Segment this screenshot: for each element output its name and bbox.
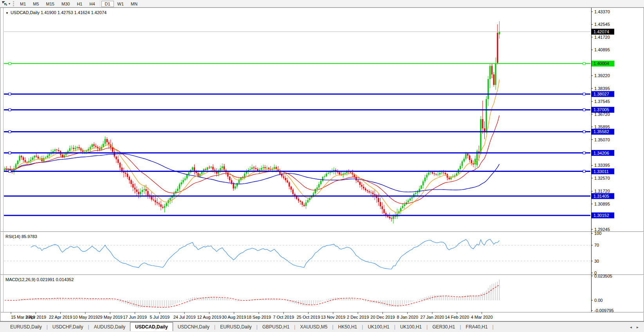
candle-body (209, 167, 210, 168)
candle-body (380, 202, 381, 206)
hline-handle[interactable] (9, 170, 11, 173)
tab-ger30-h1[interactable]: GER30,H1 (428, 323, 460, 331)
candle-body (58, 150, 59, 151)
chart-title-caret-icon[interactable]: ▼ (5, 11, 9, 15)
candle-body (249, 169, 251, 170)
date-label: 29 May 2019 (97, 315, 123, 319)
candle-body (56, 150, 57, 150)
date-label: 13 Nov 2019 (321, 315, 345, 319)
tab-xauusd-m5[interactable]: XAUUSD,M5 (295, 323, 332, 331)
date-label: 27 Jan 2020 (420, 315, 444, 319)
candle-body (224, 166, 225, 170)
candle-body (391, 218, 392, 219)
candle-body (151, 197, 152, 199)
price-axis[interactable]: 1.433701.425451.417201.408951.392201.383… (591, 9, 614, 313)
candle-body (339, 172, 340, 175)
tab-gbpusd-h1[interactable]: GBPUSD,H1 (258, 323, 294, 331)
macd-indicator-label: MACD(12,26,9) 0.021991 0.014352 (5, 277, 74, 282)
tab-audusd-daily[interactable]: AUDUSD,Daily (89, 323, 130, 331)
candle-body (49, 154, 50, 156)
candle-body (322, 177, 323, 181)
date-label: 30 Aug 2019 (222, 315, 246, 319)
candle-body (170, 198, 171, 200)
hline-handle[interactable] (9, 62, 11, 65)
date-label: 22 Apr 2019 (49, 315, 72, 319)
timeframe-h1-button[interactable]: H1 (73, 1, 86, 7)
cursor-tool-icon[interactable] (1, 1, 8, 7)
candle-body (26, 162, 27, 162)
tab-eurusd-daily[interactable]: EURUSD,Daily (5, 323, 47, 331)
candle-body (23, 157, 24, 160)
hline-1.38027-badge: 1.38027 (593, 92, 609, 96)
candle-body (303, 205, 305, 206)
timeframe-m1-button[interactable]: M1 (16, 1, 29, 7)
timeframe-m15-button[interactable]: M15 (43, 1, 58, 7)
macd-axis-label: 0.023505 (594, 274, 612, 278)
candle-body (30, 160, 31, 161)
chart-canvas[interactable]: 1.433701.425451.417201.408951.392201.383… (0, 7, 644, 321)
hline-handle[interactable] (583, 62, 585, 65)
candle-body (108, 142, 109, 144)
candle-body (207, 167, 208, 170)
date-label: 4 Mar 2020 (471, 315, 493, 319)
candle-body (220, 168, 221, 170)
date-label: 14 Feb 2020 (445, 315, 469, 319)
date-label: 20 Dec 2019 (370, 315, 395, 319)
timeframe-h4-button[interactable]: H4 (86, 1, 98, 7)
candle-body (465, 154, 466, 159)
tabs-scroll-left-icon[interactable]: ◂ (628, 325, 634, 329)
candle-body (134, 188, 135, 189)
candle-body (82, 151, 83, 152)
price-tick-label: 1.35070 (594, 137, 610, 142)
candle-body (300, 201, 301, 202)
timeframe-m30-button[interactable]: M30 (58, 1, 73, 7)
tab-usdcad-daily[interactable]: USDCAD,Daily (130, 322, 173, 331)
hline-handle[interactable] (9, 130, 11, 133)
candle-body (263, 167, 264, 168)
hline-handle[interactable] (9, 152, 11, 154)
timeframe-d1-button[interactable]: D1 (101, 1, 114, 7)
timeframe-w1-button[interactable]: W1 (114, 1, 128, 7)
tab-usdcnh-daily[interactable]: USDCNH,Daily (173, 323, 214, 331)
candle-body (441, 173, 442, 173)
hline-handle[interactable] (9, 108, 11, 111)
date-label: 7 Oct 2019 (273, 315, 294, 319)
candle-body (404, 204, 405, 206)
hline-handle[interactable] (583, 170, 585, 173)
timeframe-mn-button[interactable]: MN (127, 1, 141, 7)
price-tick-label: 1.39220 (594, 73, 610, 78)
rsi-line (31, 239, 500, 269)
tab-fra40-h1[interactable]: FRA40,H1 (461, 323, 492, 331)
price-tick-label: 1.43370 (594, 9, 610, 14)
hline-handle[interactable] (583, 93, 585, 95)
candle-body (354, 175, 355, 177)
tab-uk100-h1[interactable]: UK100,H1 (363, 323, 394, 331)
candle-body (489, 66, 491, 79)
hline-handle[interactable] (583, 130, 585, 133)
candle-body (434, 173, 435, 174)
date-label: 12 Aug 2019 (197, 315, 222, 319)
hline-handle[interactable] (583, 152, 585, 154)
tab-uk100-h1[interactable]: UK100,H1 (395, 323, 426, 331)
candle-body (326, 173, 327, 176)
hline-handle[interactable] (583, 108, 585, 111)
date-label: 3 Apr 2019 (25, 315, 46, 319)
candle-body (337, 172, 338, 172)
tabs-scroll-right-icon[interactable]: ▸ (634, 325, 641, 329)
tab-eurusd-daily[interactable]: EURUSD,Daily (215, 323, 256, 331)
candle-body (493, 74, 494, 85)
tab-hk50-h1[interactable]: HK50,H1 (334, 323, 362, 331)
candle-body (449, 178, 450, 179)
tab-usdchf-daily[interactable]: USDCHF,Daily (48, 323, 88, 331)
hline-handle[interactable] (9, 93, 11, 95)
candle-body (145, 189, 146, 191)
date-axis[interactable]: 15 Mar 20193 Apr 201922 Apr 201910 May 2… (11, 312, 493, 319)
candle-body (495, 64, 496, 85)
rsi-axis-label: 70 (594, 243, 599, 247)
candle-body (212, 167, 213, 170)
candle-body (188, 172, 189, 174)
candle-body (487, 79, 489, 99)
timeframe-m5-button[interactable]: M5 (29, 1, 42, 7)
candle-body (268, 168, 269, 169)
cursor-tool-dropdown-icon[interactable]: ▾ (9, 1, 10, 7)
